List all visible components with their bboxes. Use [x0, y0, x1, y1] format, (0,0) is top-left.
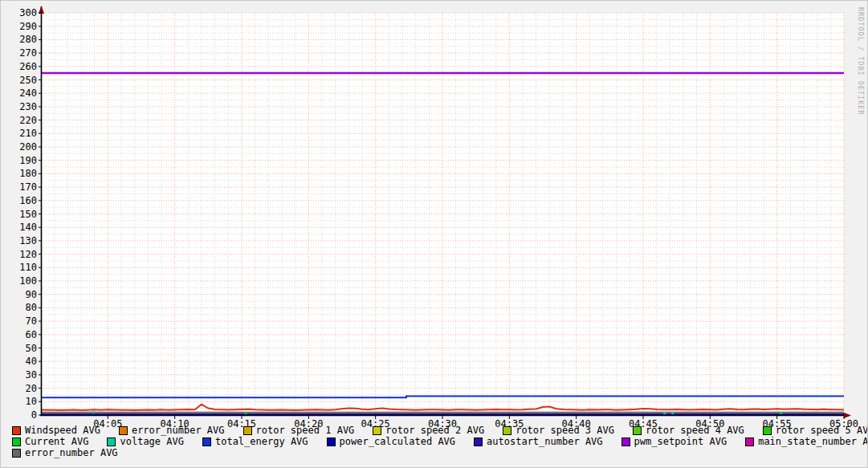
svg-text:0: 0 [31, 409, 37, 421]
legend-row: Current AVGvoltage AVGtotal_energy AVGpo… [12, 436, 868, 447]
svg-text:240: 240 [19, 87, 37, 99]
svg-text:110: 110 [19, 262, 37, 273]
legend-label: error_number AVG [132, 425, 225, 436]
chart-canvas: 0102030405060708090100110120130140150160… [1, 1, 868, 468]
legend-item-current-avg: Current AVG [12, 436, 88, 447]
svg-text:270: 270 [19, 47, 37, 59]
legend-label: rotor speed 5 AVG [776, 425, 868, 436]
legend-label: voltage AVG [120, 436, 183, 447]
legend-label: power_calculated AVG [340, 436, 456, 447]
legend-label: pwm_setpoint AVG [634, 436, 727, 447]
legend-item-rotor-speed-1-avg: rotor speed 1 AVG [243, 425, 355, 436]
legend-label: rotor speed 1 AVG [256, 425, 355, 436]
legend-item-main_state_number-avg: main_state_number AVG [745, 436, 868, 447]
svg-text:290: 290 [19, 21, 37, 32]
watermark: RRDTOOL / TOBI OETIKER [857, 7, 865, 116]
svg-text:90: 90 [26, 289, 37, 300]
svg-text:150: 150 [19, 209, 37, 220]
legend-swatch-icon [633, 426, 642, 435]
svg-text:20: 20 [26, 383, 37, 394]
legend-label: rotor speed 2 AVG [385, 425, 484, 436]
legend-item-error_number-avg: error_number AVG [12, 447, 118, 458]
legend-item-rotor-speed-4-avg: rotor speed 4 AVG [633, 425, 744, 436]
legend-label: rotor speed 4 AVG [646, 425, 744, 436]
rrdtool-graph: 0102030405060708090100110120130140150160… [0, 0, 868, 468]
svg-text:140: 140 [19, 222, 37, 233]
legend-swatch-icon [373, 426, 381, 435]
legend-swatch-icon [12, 437, 21, 446]
legend-label: autostart_number AVG [487, 436, 603, 447]
legend-row: error_number AVG [12, 447, 868, 458]
legend-item-rotor-speed-5-avg: rotor speed 5 AVG [763, 425, 868, 436]
legend-swatch-icon [763, 426, 772, 435]
svg-text:170: 170 [19, 181, 37, 193]
legend: Windspeed AVGerror_number AVGrotor speed… [12, 425, 868, 458]
legend-swatch-icon [503, 426, 511, 435]
svg-text:50: 50 [26, 343, 37, 354]
legend-item-power_calculated-avg: power_calculated AVG [327, 436, 456, 447]
svg-text:80: 80 [26, 302, 37, 313]
legend-swatch-icon [243, 426, 252, 435]
legend-swatch-icon [12, 449, 21, 458]
svg-text:160: 160 [19, 195, 37, 206]
legend-swatch-icon [621, 437, 630, 446]
svg-text:30: 30 [26, 369, 37, 381]
legend-row: Windspeed AVGerror_number AVGrotor speed… [12, 425, 868, 436]
legend-swatch-icon [119, 426, 128, 435]
legend-label: rotor speed 3 AVG [516, 425, 614, 436]
legend-item-voltage-avg: voltage AVG [107, 436, 183, 447]
svg-text:10: 10 [26, 396, 37, 407]
legend-label: error_number AVG [25, 447, 118, 458]
svg-text:250: 250 [19, 75, 37, 86]
svg-text:220: 220 [19, 115, 37, 126]
svg-text:120: 120 [19, 249, 37, 260]
legend-item-rotor-speed-3-avg: rotor speed 3 AVG [503, 425, 614, 436]
svg-text:200: 200 [19, 141, 37, 153]
svg-text:300: 300 [19, 7, 37, 18]
legend-swatch-icon [12, 426, 21, 435]
svg-text:60: 60 [26, 329, 37, 340]
svg-text:70: 70 [26, 315, 37, 327]
legend-item-rotor-speed-2-avg: rotor speed 2 AVG [373, 425, 484, 436]
svg-text:280: 280 [19, 34, 37, 45]
svg-text:230: 230 [19, 101, 37, 112]
y-tick-labels: 0102030405060708090100110120130140150160… [19, 7, 37, 421]
svg-text:210: 210 [19, 128, 37, 139]
legend-label: main_state_number AVG [758, 436, 868, 447]
legend-swatch-icon [474, 437, 483, 446]
svg-text:100: 100 [19, 275, 37, 287]
legend-label: Windspeed AVG [25, 425, 100, 436]
svg-text:130: 130 [19, 235, 37, 246]
legend-item-pwm_setpoint-avg: pwm_setpoint AVG [621, 436, 727, 447]
legend-swatch-icon [107, 437, 116, 446]
legend-label: total_energy AVG [215, 436, 308, 447]
x-axis-arrow-icon [844, 413, 851, 418]
svg-text:260: 260 [19, 61, 37, 72]
legend-swatch-icon [327, 437, 336, 446]
legend-swatch-icon [202, 437, 211, 446]
legend-item-total_energy-avg: total_energy AVG [202, 436, 308, 447]
legend-item-autostart_number-avg: autostart_number AVG [474, 436, 603, 447]
legend-item-error_number-avg: error_number AVG [119, 425, 225, 436]
svg-text:40: 40 [26, 356, 37, 367]
svg-text:190: 190 [19, 155, 37, 166]
legend-label: Current AVG [25, 436, 88, 447]
legend-item-windspeed-avg: Windspeed AVG [12, 425, 100, 436]
legend-swatch-icon [745, 437, 754, 446]
svg-text:180: 180 [19, 168, 37, 179]
